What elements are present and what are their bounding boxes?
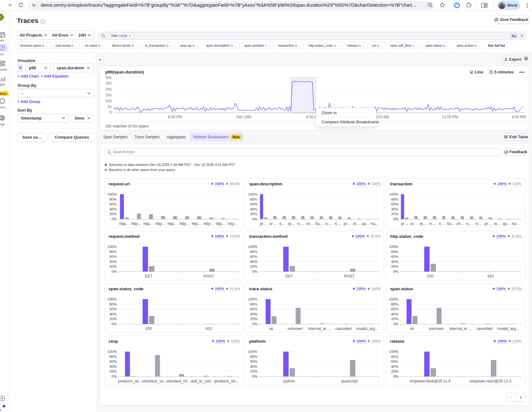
svg-text:standard_ch…: standard_ch…: [166, 379, 191, 383]
svg-text:20%: 20%: [391, 212, 398, 216]
svg-text:request.method: request.method: [108, 234, 140, 239]
svg-text:http…: http…: [167, 222, 178, 226]
svg-text:20%: 20%: [250, 369, 257, 373]
svg-text:unknown: unknown: [288, 326, 303, 331]
svg-text:http…: http…: [131, 222, 142, 226]
svg-text:ok: ok: [410, 326, 415, 331]
svg-text:pr…: pr…: [485, 222, 492, 226]
svg-text:GET: GET: [144, 274, 152, 278]
svg-text:span.status_code: span.status_code: [108, 286, 144, 291]
svg-text:http…: http…: [204, 222, 214, 226]
svg-text:99.8%: 99.8%: [511, 287, 522, 291]
svg-text:40%: 40%: [391, 207, 398, 211]
svg-text:100%: 100%: [512, 182, 522, 186]
svg-text:60%: 60%: [109, 202, 117, 206]
svg-text:4:00 PM: 4:00 PM: [512, 115, 526, 119]
svg-text:it…: it…: [279, 222, 285, 226]
svg-text:100%: 100%: [108, 297, 117, 301]
svg-text:Su…: Su…: [447, 222, 455, 226]
svg-text:ha…: ha…: [512, 222, 520, 226]
svg-text:100%: 100%: [248, 297, 257, 301]
svg-text:100%: 100%: [496, 234, 506, 238]
svg-text:200: 200: [145, 326, 152, 331]
svg-text:0%: 0%: [393, 270, 398, 273]
svg-text:or…: or…: [410, 222, 417, 226]
svg-text:http…: http…: [179, 222, 190, 226]
svg-text:30s: 30s: [106, 75, 112, 80]
svg-text:http…: http…: [156, 222, 166, 226]
svg-text:0%: 0%: [252, 322, 257, 326]
svg-text:request.url: request.url: [108, 182, 130, 186]
svg-text:20%: 20%: [391, 264, 398, 268]
svg-text:http…: http…: [144, 222, 154, 226]
svg-text:100%: 100%: [497, 339, 507, 343]
svg-text:410: 410: [206, 326, 212, 331]
svg-text:80%: 80%: [250, 197, 257, 201]
svg-text:http.status_code: http.status_code: [390, 234, 423, 239]
svg-text:ch…: ch…: [306, 222, 314, 226]
svg-text:60%: 60%: [391, 255, 398, 258]
svg-text:/p…: /p…: [288, 222, 295, 226]
svg-text:0: 0: [109, 110, 112, 115]
svg-text:pr…: pr…: [401, 222, 408, 226]
svg-text:100%: 100%: [496, 287, 506, 291]
svg-text:20%: 20%: [109, 212, 117, 216]
svg-text:/c…: /c…: [334, 222, 341, 226]
svg-text:0%: 0%: [252, 374, 257, 378]
svg-text:products_be…: products_be…: [214, 379, 239, 383]
svg-text:100%: 100%: [355, 234, 365, 238]
svg-text:100%: 100%: [389, 297, 398, 301]
svg-text:transaction: transaction: [390, 182, 412, 186]
svg-text:80%: 80%: [250, 302, 257, 306]
svg-text:100%: 100%: [108, 192, 117, 196]
svg-text:transaction.method: transaction.method: [249, 234, 288, 239]
svg-text:20s: 20s: [106, 87, 112, 92]
svg-text:60%: 60%: [109, 255, 117, 258]
svg-text:100%: 100%: [248, 350, 257, 354]
svg-text:0%: 0%: [111, 374, 117, 378]
svg-text:31.8%: 31.8%: [230, 287, 240, 291]
svg-text:python: python: [284, 379, 295, 383]
svg-text:100%: 100%: [356, 339, 366, 343]
svg-text:GET: GET: [285, 274, 293, 278]
svg-text:20%: 20%: [391, 317, 398, 321]
svg-text:/e…: /e…: [353, 222, 360, 226]
svg-text:100%: 100%: [248, 245, 257, 249]
svg-text:80%: 80%: [109, 250, 117, 254]
svg-text:cancelled: cancelled: [476, 326, 493, 331]
svg-text:20%: 20%: [250, 317, 257, 321]
svg-text:trace.status: trace.status: [249, 286, 272, 291]
svg-text:0%: 0%: [252, 217, 257, 221]
svg-text:40%: 40%: [391, 365, 398, 368]
svg-text:60%: 60%: [250, 202, 257, 206]
svg-text:10s: 10s: [106, 99, 112, 103]
svg-text:80%: 80%: [391, 355, 398, 359]
svg-text:POST: POST: [344, 274, 355, 278]
svg-text:cexp: cexp: [108, 339, 118, 344]
svg-text:40%: 40%: [109, 312, 117, 316]
svg-text:products_ex…: products_ex…: [118, 379, 143, 383]
svg-text:20%: 20%: [250, 212, 257, 216]
svg-text:0%: 0%: [111, 217, 117, 221]
svg-text:31.8%: 31.8%: [511, 234, 522, 238]
svg-text:or…: or…: [269, 222, 276, 226]
svg-text:invalid_arg…: invalid_arg…: [497, 326, 520, 331]
svg-text:80%: 80%: [391, 250, 398, 254]
svg-text:ch…: ch…: [456, 222, 464, 226]
svg-text:40%: 40%: [391, 260, 398, 264]
svg-text:platform: platform: [249, 339, 266, 344]
svg-text:40%: 40%: [250, 260, 257, 264]
svg-text:20%: 20%: [391, 369, 398, 373]
svg-text:100%: 100%: [215, 287, 224, 291]
svg-text:100%: 100%: [371, 339, 381, 343]
svg-text:33.5%: 33.5%: [370, 234, 381, 238]
svg-text:60%: 60%: [109, 307, 117, 311]
svg-text:?: ?: [42, 20, 44, 24]
svg-text:40%: 40%: [109, 365, 117, 368]
svg-text:60%: 60%: [391, 360, 398, 363]
svg-text:/e…: /e…: [494, 222, 501, 226]
svg-text:pr…: pr…: [344, 222, 351, 226]
svg-text:add_to_cart…: add_to_cart…: [191, 379, 215, 383]
svg-text:span.status: span.status: [390, 286, 413, 291]
svg-text:20%: 20%: [109, 369, 117, 373]
